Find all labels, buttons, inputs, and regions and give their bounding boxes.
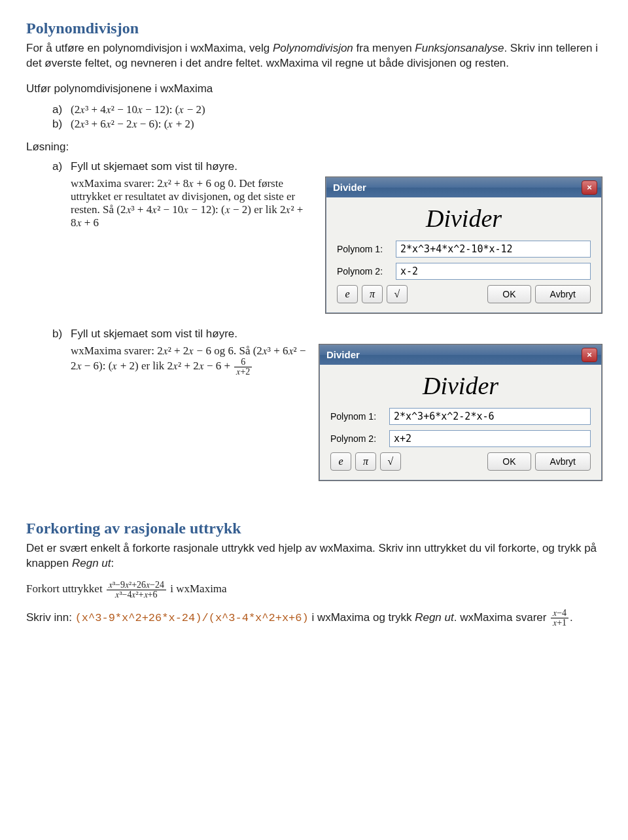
- t: :: [111, 557, 114, 569]
- frac-den: 𝑥+2: [234, 367, 252, 377]
- ok-button[interactable]: OK: [487, 452, 531, 471]
- solution-b-text: wxMaxima svarer: 2𝑥² + 2𝑥 − 6 og 6. Så (…: [71, 344, 309, 377]
- input-polynom1[interactable]: [389, 408, 591, 425]
- solution-a-text: wxMaxima svarer: 2𝑥² + 8𝑥 + 6 og 0. Det …: [71, 177, 315, 229]
- label-polynom1: Polynom 1:: [330, 411, 389, 422]
- fraction: 𝑥−4 𝑥+1: [551, 609, 568, 628]
- frac-num: 6: [234, 358, 252, 367]
- dialog-titlebar: Divider ×: [320, 345, 601, 365]
- divider-dialog-b: Divider × Divider Polynom 1: Polynom 2: …: [319, 344, 602, 480]
- t: Fyll ut skjemaet som vist til høyre.: [71, 328, 237, 341]
- t: For å utføre en polynomdivisjon i wxMaxi…: [26, 42, 273, 54]
- dialog-heading: Divider: [337, 204, 591, 233]
- input-polynom2[interactable]: [389, 430, 591, 447]
- marker: a): [52, 160, 71, 173]
- close-button[interactable]: ×: [582, 348, 597, 362]
- code-input: (x^3-9*x^2+26*x-24)/(x^3-4*x^2+x+6): [75, 612, 309, 624]
- section-title-forkorting: Forkorting av rasjonale uttrykk: [26, 520, 602, 537]
- t: i wxMaxima: [170, 582, 226, 595]
- t: Fyll ut skjemaet som vist til høyre.: [71, 160, 237, 173]
- label-polynom2: Polynom 2:: [330, 433, 389, 444]
- input-polynom1[interactable]: [396, 241, 591, 258]
- t-italic: Polynomdivisjon: [273, 42, 353, 54]
- dialog-titlebar: Divider ×: [326, 178, 601, 197]
- dialog-heading: Divider: [330, 371, 591, 400]
- cancel-button[interactable]: Avbryt: [535, 285, 591, 303]
- e-button[interactable]: e: [337, 285, 358, 303]
- marker: b): [52, 118, 71, 131]
- frac-num: 𝑥−4: [551, 609, 568, 618]
- list-item-b: b) (2𝑥³ + 6𝑥² − 2𝑥 − 6): (𝑥 + 2): [52, 118, 602, 131]
- math-a: (2𝑥³ + 4𝑥² − 10𝑥 − 12): (𝑥 − 2): [71, 103, 205, 116]
- dialog-title: Divider: [326, 349, 360, 360]
- input-polynom2[interactable]: [396, 263, 591, 280]
- t: fra menyen: [353, 42, 415, 54]
- e-button[interactable]: e: [330, 452, 351, 471]
- close-icon: ×: [587, 350, 592, 360]
- task-intro: Utfør polynomdivisjonene i wxMaxima: [26, 82, 602, 97]
- close-icon: ×: [587, 182, 592, 192]
- t: wxMaxima svarer: 2𝑥² + 2𝑥 − 6 og 6. Så (…: [71, 344, 305, 372]
- math-b: (2𝑥³ + 6𝑥² − 2𝑥 − 6): (𝑥 + 2): [71, 118, 194, 131]
- marker: b): [52, 328, 71, 341]
- t: . wxMaxima svarer: [454, 611, 550, 624]
- intro-paragraph: For å utføre en polynomdivisjon i wxMaxi…: [26, 41, 602, 71]
- sqrt-button[interactable]: √: [387, 285, 408, 303]
- losning-label: Løsning:: [26, 140, 602, 155]
- marker: a): [52, 103, 71, 116]
- forkorting-task: Forkort uttrykket 𝑥³−9𝑥²+26𝑥−24 𝑥³−4𝑥²+𝑥…: [26, 580, 602, 599]
- pi-button[interactable]: π: [362, 285, 383, 303]
- section-title-polynom: Polynomdivisjon: [26, 20, 602, 37]
- pi-button[interactable]: π: [355, 452, 376, 471]
- ok-button[interactable]: OK: [487, 285, 531, 303]
- t: i wxMaxima og trykk: [309, 611, 415, 624]
- t-italic: Funksjonsanalyse: [415, 42, 504, 54]
- label-polynom2: Polynom 2:: [337, 266, 396, 277]
- sqrt-button[interactable]: √: [380, 452, 401, 471]
- t: Skriv inn:: [26, 611, 75, 624]
- frac-num: 𝑥³−9𝑥²+26𝑥−24: [107, 580, 166, 590]
- list-item-a: a) (2𝑥³ + 4𝑥² − 10𝑥 − 12): (𝑥 − 2): [52, 103, 602, 116]
- dialog-title: Divider: [333, 182, 366, 193]
- forkorting-code-line: Skriv inn: (x^3-9*x^2+26*x-24)/(x^3-4*x^…: [26, 609, 602, 628]
- forkorting-intro: Det er svært enkelt å forkorte rasjonale…: [26, 541, 602, 571]
- t: .: [570, 611, 573, 624]
- frac-den: 𝑥³−4𝑥²+𝑥+6: [107, 590, 166, 599]
- t: Forkort uttrykket: [26, 582, 105, 595]
- cancel-button[interactable]: Avbryt: [535, 452, 591, 471]
- t-italic: Regn ut: [415, 611, 454, 624]
- fraction: 6 𝑥+2: [234, 358, 252, 377]
- solution-b-lead: b) Fyll ut skjemaet som vist til høyre.: [52, 328, 602, 341]
- fraction: 𝑥³−9𝑥²+26𝑥−24 𝑥³−4𝑥²+𝑥+6: [107, 580, 166, 599]
- solution-a-lead: a) Fyll ut skjemaet som vist til høyre.: [52, 160, 602, 173]
- t-italic: Regn ut: [72, 557, 111, 569]
- close-button[interactable]: ×: [582, 180, 597, 195]
- label-polynom1: Polynom 1:: [337, 244, 396, 254]
- frac-den: 𝑥+1: [551, 618, 568, 628]
- divider-dialog-a: Divider × Divider Polynom 1: Polynom 2: …: [326, 177, 602, 313]
